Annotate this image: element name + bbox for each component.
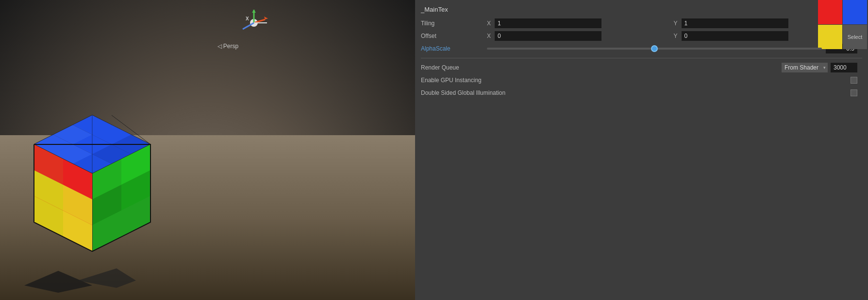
tiling-y-label: Y	[674, 20, 680, 27]
double-sided-gi-row: Double Sided Global Illumination	[421, 88, 857, 98]
select-button[interactable]: Select	[843, 25, 867, 49]
svg-marker-48	[252, 10, 256, 13]
gpu-instancing-row: Enable GPU Instancing	[421, 75, 857, 86]
shadow-shapes	[10, 256, 146, 295]
main-tex-title: _MainTex	[421, 4, 806, 16]
tiling-y-input[interactable]	[682, 18, 788, 28]
rubiks-cube-3d	[19, 106, 165, 261]
double-sided-gi-label: Double Sided Global Illumination	[421, 89, 505, 96]
alpha-scale-slider-track[interactable]	[487, 48, 822, 50]
render-queue-value-input[interactable]	[831, 63, 857, 72]
double-sided-gi-checkbox[interactable]	[851, 89, 857, 96]
offset-y-input[interactable]	[682, 31, 788, 41]
offset-label: Offset	[421, 33, 484, 39]
tiling-x-label: X	[487, 20, 493, 27]
gpu-instancing-label: Enable GPU Instancing	[421, 77, 484, 84]
tiling-label: Tiling	[421, 20, 484, 27]
swatch-yellow[interactable]	[818, 25, 842, 49]
properties-panel: Select _MainTex Tiling X Y Offset X Y Al…	[415, 0, 868, 300]
svg-marker-41	[24, 271, 92, 293]
offset-row: Offset X Y	[421, 31, 857, 41]
alpha-scale-slider-thumb[interactable]	[651, 45, 658, 52]
swatch-red[interactable]	[818, 0, 842, 24]
divider-1	[421, 58, 862, 58]
render-queue-dropdown-wrapper: From Shader Geometry Transparent Overlay…	[782, 63, 828, 72]
color-swatches-panel: Select	[818, 0, 868, 49]
alpha-scale-row: AlphaScale	[421, 43, 857, 54]
tiling-row: Tiling X Y	[421, 18, 857, 29]
alpha-scale-slider-container	[487, 44, 857, 53]
offset-x-label: X	[487, 33, 493, 39]
svg-text:X: X	[246, 16, 249, 21]
render-queue-row: Render Queue From Shader Geometry Transp…	[421, 62, 857, 73]
perspective-label: ◁ Persp	[217, 43, 239, 50]
render-queue-dropdown[interactable]: From Shader Geometry Transparent Overlay	[782, 63, 828, 72]
render-queue-label: Render Queue	[421, 64, 484, 71]
viewport-gizmo[interactable]: X	[237, 6, 271, 40]
offset-y-label: Y	[674, 33, 680, 39]
alpha-scale-label[interactable]: AlphaScale	[421, 45, 484, 52]
viewport-panel: X ◁ Persp	[0, 0, 415, 300]
tiling-x-group: X	[487, 18, 671, 28]
gpu-instancing-checkbox[interactable]	[851, 77, 857, 84]
offset-x-input[interactable]	[495, 31, 601, 41]
swatch-blue[interactable]	[843, 0, 867, 24]
tiling-x-input[interactable]	[495, 18, 601, 28]
offset-x-group: X	[487, 31, 671, 41]
